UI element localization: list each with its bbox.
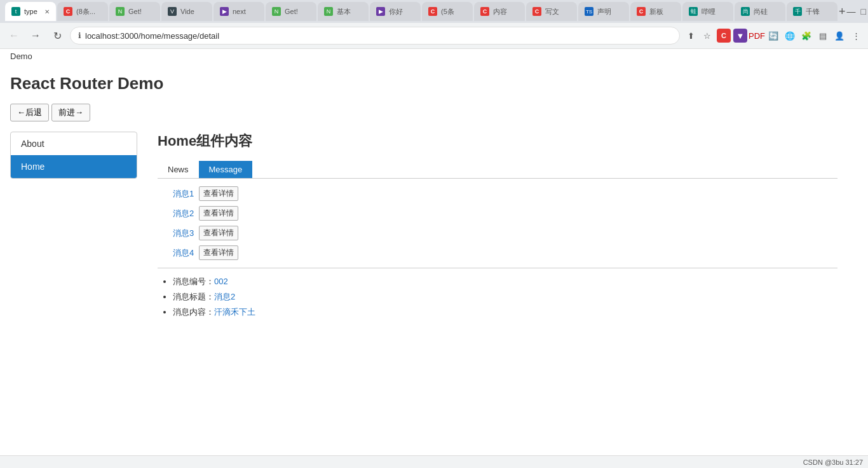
tab-favicon-5: N bbox=[272, 7, 281, 16]
new-tab-button[interactable]: + bbox=[839, 3, 846, 20]
tab-inactive-6[interactable]: N 基本 bbox=[318, 2, 369, 21]
tab-favicon-15: 千 bbox=[793, 7, 802, 16]
tab-favicon-7: ▶ bbox=[376, 7, 385, 16]
tab-title-13: 哔哩 bbox=[702, 7, 727, 17]
list-item: 消息4 查看详情 bbox=[173, 245, 837, 260]
tab-inactive-14[interactable]: 尚 尚硅 bbox=[735, 2, 785, 21]
bookmark-icon[interactable]: ☆ bbox=[700, 29, 714, 43]
detail-button-4[interactable]: 查看详情 bbox=[199, 245, 238, 260]
tab-close-icon[interactable]: ✕ bbox=[44, 8, 50, 15]
detail-title: 消息标题：消息2 bbox=[173, 291, 837, 303]
forward-nav-button[interactable]: → bbox=[27, 27, 44, 45]
extension-icon-pdf[interactable]: PDF bbox=[750, 29, 764, 43]
extension-icon-globe[interactable]: 🌐 bbox=[783, 29, 797, 43]
detail-number: 消息编号：002 bbox=[173, 276, 837, 287]
content-area: Home组件内容 News Message 消息1 查看详情 消息2 查看详情 … bbox=[137, 132, 858, 322]
tab-title-8: (5条 bbox=[441, 7, 466, 17]
tab-favicon-8: C bbox=[428, 7, 437, 16]
detail-number-label: 消息编号： bbox=[173, 277, 214, 286]
tab-title-7: 你好 bbox=[389, 7, 414, 17]
tab-inactive-4[interactable]: ▶ next bbox=[214, 2, 264, 21]
tab-inactive-1[interactable]: C (8条... bbox=[57, 2, 108, 21]
extension-icon-puzzle[interactable]: 🧩 bbox=[799, 29, 813, 43]
detail-title-label: 消息标题： bbox=[173, 292, 214, 301]
detail-button-1[interactable]: 查看详情 bbox=[199, 186, 238, 201]
tab-active[interactable]: t type ✕ bbox=[5, 2, 56, 21]
tab-title-1: (8条... bbox=[76, 7, 102, 17]
toolbar-icons: ⬆ ☆ C ▼ PDF 🔄 🌐 🧩 ▤ 👤 ⋮ bbox=[684, 29, 863, 43]
tab-title-9: 内容 bbox=[493, 7, 519, 17]
detail-button-3[interactable]: 查看详情 bbox=[199, 226, 238, 240]
tab-message[interactable]: Message bbox=[199, 161, 253, 178]
demo-link[interactable]: Demo bbox=[10, 49, 32, 64]
tab-title-5: Get! bbox=[285, 8, 310, 15]
tab-inactive-11[interactable]: TS 声明 bbox=[578, 2, 629, 21]
tab-favicon-9: C bbox=[480, 7, 489, 16]
lock-icon: ℹ bbox=[78, 31, 81, 40]
message-link-3[interactable]: 消息3 bbox=[173, 228, 194, 239]
divider bbox=[158, 268, 837, 268]
minimize-button[interactable]: — bbox=[847, 6, 856, 17]
url-bar[interactable]: ℹ localhost:3000/home/message/detail bbox=[70, 27, 680, 45]
tab-favicon-12: C bbox=[637, 7, 646, 16]
sidebar: About Home bbox=[10, 132, 137, 179]
tab-inactive-5[interactable]: N Get! bbox=[266, 2, 316, 21]
detail-content-label: 消息内容： bbox=[173, 307, 214, 317]
url-text[interactable]: localhost:3000/home/message/detail bbox=[85, 31, 672, 41]
tab-favicon-6: N bbox=[324, 7, 333, 16]
tab-favicon-3: V bbox=[168, 7, 177, 16]
tab-inactive-15[interactable]: 千 千锋 bbox=[787, 2, 837, 21]
list-item: 消息3 查看详情 bbox=[173, 226, 837, 240]
tab-inactive-3[interactable]: V Vide bbox=[161, 2, 212, 21]
forward-button[interactable]: 前进→ bbox=[51, 104, 90, 121]
message-link-1[interactable]: 消息1 bbox=[173, 188, 194, 200]
tab-inactive-2[interactable]: N Get! bbox=[109, 2, 160, 21]
tab-favicon-11: TS bbox=[585, 7, 593, 16]
tab-inactive-7[interactable]: ▶ 你好 bbox=[370, 2, 421, 21]
tab-title-3: Vide bbox=[180, 8, 206, 15]
tab-inactive-10[interactable]: C 写文 bbox=[526, 2, 577, 21]
tab-favicon-14: 尚 bbox=[741, 7, 750, 16]
tab-title-4: next bbox=[233, 8, 258, 15]
menu-icon[interactable]: ⋮ bbox=[849, 29, 863, 43]
tab-favicon-13: 蛙 bbox=[689, 7, 698, 16]
nav-buttons: ←后退 前进→ bbox=[10, 104, 858, 121]
detail-info: 消息编号：002 消息标题：消息2 消息内容：汗滴禾下土 bbox=[158, 276, 837, 318]
tab-favicon-10: C bbox=[532, 7, 541, 16]
address-bar: ← → ↻ ℹ localhost:3000/home/message/deta… bbox=[0, 23, 868, 48]
browser-chrome: t type ✕ C (8条... N Get! V Vide ▶ next N… bbox=[0, 0, 868, 49]
tab-title-11: 声明 bbox=[597, 7, 623, 17]
tab-inactive-8[interactable]: C (5条 bbox=[422, 2, 473, 21]
back-nav-button[interactable]: ← bbox=[5, 27, 23, 45]
sidebar-item-home[interactable]: Home bbox=[11, 155, 137, 178]
tab-favicon-1: C bbox=[64, 7, 72, 16]
window-controls: — □ ✕ bbox=[847, 6, 868, 17]
tab-title-10: 写文 bbox=[545, 7, 571, 17]
main-layout: About Home Home组件内容 News Message 消息1 查看详… bbox=[10, 132, 858, 322]
detail-button-2[interactable]: 查看详情 bbox=[199, 206, 238, 221]
tab-title: type bbox=[24, 8, 41, 15]
sub-tabs: News Message bbox=[158, 161, 837, 179]
tab-news[interactable]: News bbox=[158, 161, 199, 178]
message-list: 消息1 查看详情 消息2 查看详情 消息3 查看详情 消息4 查看详情 bbox=[158, 186, 837, 260]
message-link-2[interactable]: 消息2 bbox=[173, 208, 194, 219]
tab-title-14: 尚硅 bbox=[754, 7, 779, 17]
message-link-4[interactable]: 消息4 bbox=[173, 247, 194, 259]
tab-inactive-13[interactable]: 蛙 哔哩 bbox=[682, 2, 733, 21]
maximize-button[interactable]: □ bbox=[861, 6, 866, 17]
back-button[interactable]: ←后退 bbox=[10, 104, 49, 121]
tab-favicon: t bbox=[11, 7, 20, 16]
extension-icon-v[interactable]: ▼ bbox=[733, 29, 747, 43]
extension-icon-c[interactable]: C bbox=[717, 29, 731, 43]
detail-title-value: 消息2 bbox=[214, 292, 235, 301]
tab-title-12: 新板 bbox=[649, 7, 675, 17]
extension-icon-r[interactable]: 🔄 bbox=[766, 29, 780, 43]
tab-inactive-9[interactable]: C 内容 bbox=[474, 2, 525, 21]
sidebar-toggle[interactable]: ▤ bbox=[816, 29, 830, 43]
profile-icon[interactable]: 👤 bbox=[832, 29, 846, 43]
reload-button[interactable]: ↻ bbox=[48, 27, 66, 45]
sidebar-item-about[interactable]: About bbox=[11, 132, 137, 155]
share-icon[interactable]: ⬆ bbox=[684, 29, 698, 43]
tab-inactive-12[interactable]: C 新板 bbox=[630, 2, 681, 21]
list-item: 消息1 查看详情 bbox=[173, 186, 837, 201]
